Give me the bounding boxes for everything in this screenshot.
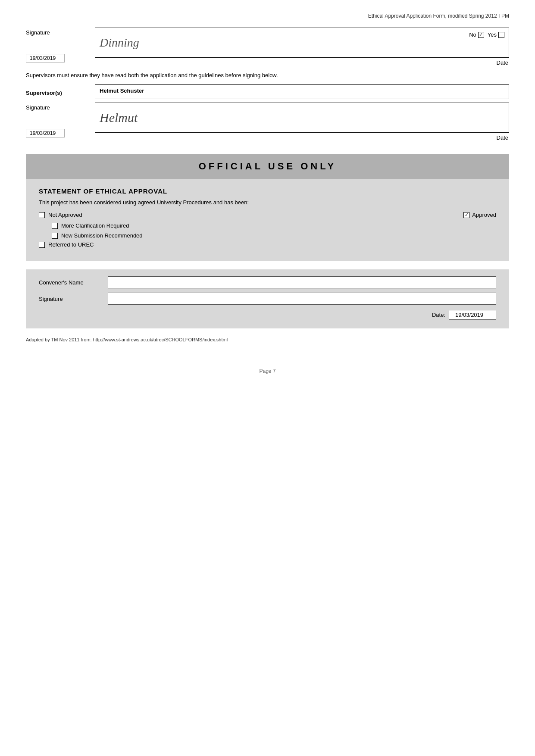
- date-label: Date:: [432, 312, 445, 318]
- more-clarification-checkbox[interactable]: [52, 223, 58, 229]
- form-header: Ethical Approval Application Form, modif…: [26, 13, 509, 19]
- page-number: Page 7: [26, 368, 509, 374]
- more-clarification-row: More Clarification Required: [52, 222, 496, 229]
- new-submission-checkbox[interactable]: [52, 233, 58, 239]
- signature-label: Signature: [26, 29, 95, 36]
- not-approved-row: Not Approved: [39, 212, 82, 218]
- official-section: STATEMENT OF ETHICAL APPROVAL This proje…: [26, 179, 509, 261]
- approved-label: Approved: [472, 212, 496, 218]
- convener-signature-label: Signature: [39, 296, 108, 302]
- convener-signature-row: Signature: [39, 293, 496, 305]
- yes-label: Yes: [488, 31, 497, 38]
- student-signature: Dinning: [100, 36, 139, 50]
- supervisor-date: 19/03/2019: [26, 129, 65, 137]
- supervisor-signature: Helmut: [100, 110, 138, 125]
- approved-right: Approved: [463, 212, 496, 218]
- more-clarification-label: More Clarification Required: [61, 222, 129, 229]
- statement-title: STATEMENT OF ETHICAL APPROVAL: [39, 187, 496, 195]
- referred-label: Referred to UREC: [48, 241, 94, 248]
- referred-checkbox[interactable]: [39, 242, 45, 248]
- sub-options: More Clarification Required New Submissi…: [52, 222, 496, 239]
- footer-note: Adapted by TM Nov 2011 from: http://www.…: [26, 337, 509, 342]
- not-approved-checkbox[interactable]: [39, 212, 45, 218]
- not-approved-label: Not Approved: [48, 212, 82, 218]
- supervisor-name: Helmut Schuster: [95, 84, 509, 99]
- no-yes-container: No Yes: [469, 31, 504, 38]
- new-submission-label: New Submission Recommended: [61, 232, 143, 239]
- conveners-name-row: Convener's Name: [39, 269, 496, 288]
- new-submission-row: New Submission Recommended: [52, 232, 496, 239]
- supervisor-label: Supervisor(s): [26, 90, 62, 96]
- conveners-name-input[interactable]: [108, 276, 496, 288]
- statement-text: This project has been considered using a…: [39, 199, 496, 206]
- yes-checkbox[interactable]: [498, 32, 504, 38]
- header-title: Ethical Approval Application Form, modif…: [368, 13, 509, 19]
- approved-checkbox[interactable]: [463, 212, 469, 218]
- date-value: 19/03/2019: [449, 310, 496, 320]
- supervisor-date-right-label: Date: [95, 134, 509, 141]
- convener-signature-input[interactable]: [108, 293, 496, 305]
- referred-row: Referred to UREC: [39, 241, 496, 248]
- no-checkbox-item: No: [469, 31, 484, 38]
- student-date: 19/03/2019: [26, 54, 65, 62]
- conveners-name-label: Convener's Name: [39, 279, 108, 286]
- supervisor-signature-label: Signature: [26, 104, 95, 111]
- no-checkbox[interactable]: [478, 32, 484, 38]
- supervisor-notice: Supervisors must ensure they have read b…: [26, 72, 509, 78]
- no-label: No: [469, 31, 476, 38]
- date-footer-row: Date: 19/03/2019: [39, 305, 496, 328]
- official-banner: OFFICIAL USE ONLY: [26, 154, 509, 179]
- student-date-right-label: Date: [95, 59, 509, 66]
- convener-section: Convener's Name Signature Date: 19/03/20…: [26, 269, 509, 328]
- yes-checkbox-item: Yes: [488, 31, 504, 38]
